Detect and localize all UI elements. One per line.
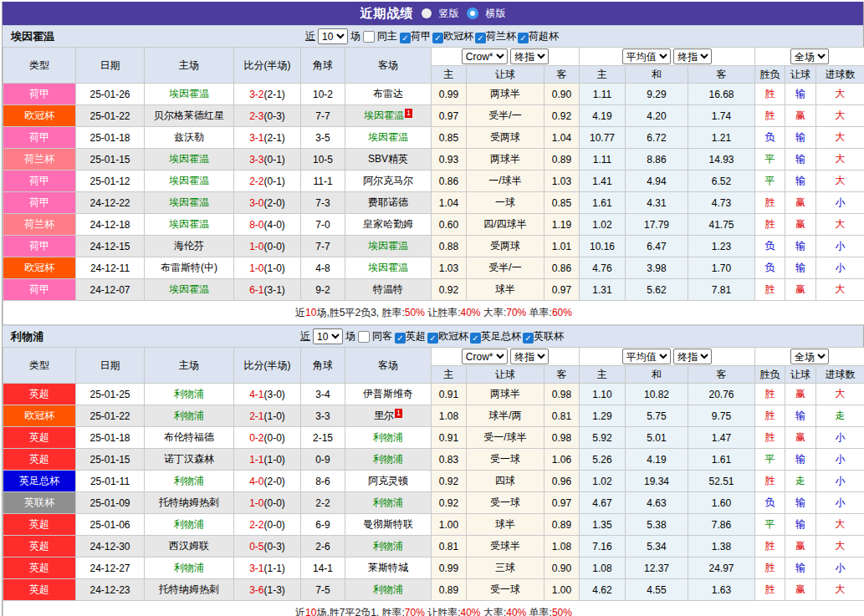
team-name[interactable]: 埃因霍温 (364, 109, 404, 121)
home-odds: 0.93 (432, 149, 467, 171)
league-filter[interactable]: ✓英超 (395, 330, 427, 342)
checkbox-checked-icon[interactable]: ✓ (427, 333, 438, 344)
odds-company-select[interactable]: Crow* (462, 349, 508, 364)
scope-select-cell: 全场 (755, 348, 864, 366)
team-name[interactable]: 埃因霍温 (368, 262, 408, 273)
corner-count: 4-8 (301, 257, 345, 279)
scope-select[interactable]: 全场 (790, 48, 829, 64)
team-name[interactable]: SBV精英 (368, 153, 408, 165)
team-name[interactable]: 利物浦 (174, 388, 204, 400)
table-row: 英超25-01-15诺丁汉森林1-1(1-0)0-9利物浦0.83受一球1.06… (3, 449, 864, 471)
league-filter[interactable]: ✓英联杯 (523, 330, 565, 342)
checkbox-checked-icon[interactable]: ✓ (475, 33, 486, 43)
match-count-select[interactable]: 10 (313, 328, 343, 344)
avg-kind-select[interactable]: 终指 (673, 48, 712, 64)
team-name[interactable]: 利物浦 (373, 431, 403, 443)
team-name[interactable]: 阿尔克马尔 (363, 175, 413, 186)
team-name[interactable]: 利物浦 (174, 410, 204, 421)
team-name[interactable]: 皇家哈勤姆 (363, 218, 413, 230)
recent-link[interactable]: 近 (305, 29, 315, 43)
team-name[interactable]: 埃因霍温 (169, 88, 209, 99)
league-filter-label: 欧冠杯 (438, 330, 468, 342)
home-team-cell: 诺丁汉森林 (145, 449, 234, 471)
team-name[interactable]: 埃因霍温 (169, 196, 209, 208)
team-name[interactable]: 诺丁汉森林 (164, 453, 214, 465)
team-name[interactable]: 利物浦 (373, 540, 403, 552)
checkbox-checked-icon[interactable]: ✓ (518, 33, 529, 43)
half-time-score: (0-3) (264, 541, 285, 552)
result-handicap: 输 (785, 257, 816, 279)
team-name[interactable]: 利物浦 (174, 475, 204, 486)
team-name[interactable]: 埃因霍温 (169, 175, 209, 186)
avg-kind-select[interactable]: 终指 (673, 349, 712, 364)
team-name[interactable]: 费耶诺德 (368, 196, 408, 208)
avg-away: 7.81 (688, 279, 755, 301)
checkbox-checked-icon[interactable]: ✓ (400, 33, 411, 43)
league-filter[interactable]: ✓荷超杯 (518, 30, 560, 42)
checkbox-checked-icon[interactable]: ✓ (523, 333, 534, 344)
radio-horizontal-layout[interactable] (467, 8, 478, 19)
odds-company-select[interactable]: Crow* (462, 48, 508, 64)
avg-source-select[interactable]: 平均值 (622, 349, 671, 364)
radio-vertical-layout[interactable] (422, 8, 432, 18)
summary-stat-label: 近 (295, 607, 305, 616)
league-filter[interactable]: ✓欧冠杯 (432, 30, 475, 42)
league-filter-label: 英联杯 (534, 330, 564, 342)
match-count-select[interactable]: 10 (318, 28, 348, 44)
team-name[interactable]: 伊普斯维奇 (363, 388, 413, 400)
league-filter[interactable]: ✓荷甲 (400, 30, 432, 42)
team-name[interactable]: 海伦芬 (174, 240, 204, 252)
team-name[interactable]: 布雷斯特(中) (161, 262, 217, 273)
team-name[interactable]: 利物浦 (174, 562, 204, 573)
recent-link[interactable]: 近 (300, 329, 310, 344)
team-name[interactable]: 布伦特福德 (164, 431, 214, 443)
avg-draw: 5.34 (626, 536, 688, 557)
league-filter[interactable]: ✓英足总杯 (470, 330, 523, 342)
score-cell: 1-0(0-0) (234, 236, 301, 257)
avg-source-select[interactable]: 平均值 (622, 48, 671, 64)
team-name[interactable]: 曼彻斯特联 (363, 518, 413, 530)
result-handicap: 赢 (785, 192, 816, 214)
same-venue-checkbox[interactable] (358, 331, 370, 343)
away-odds: 0.85 (544, 192, 580, 214)
table-row: 荷甲24-12-15海伦芬1-0(0-0)7-7埃因霍温0.88受两球1.011… (3, 236, 864, 257)
team-name[interactable]: 利物浦 (373, 496, 403, 508)
team-name[interactable]: 埃因霍温 (368, 131, 408, 143)
league-filter[interactable]: ✓荷兰杯 (475, 30, 518, 42)
team-name[interactable]: 里尔 (374, 410, 394, 421)
scope-select[interactable]: 全场 (790, 349, 829, 364)
checkbox-checked-icon[interactable]: ✓ (470, 333, 481, 344)
team-name[interactable]: 托特纳姆热刺 (159, 496, 219, 508)
team-name[interactable]: 埃因霍温 (169, 283, 209, 295)
column-header: 比分(半场) (234, 48, 301, 84)
result-outcome: 胜 (755, 579, 785, 601)
team-name[interactable]: 特温特 (373, 283, 403, 295)
checkbox-checked-icon[interactable]: ✓ (395, 333, 406, 344)
team-name[interactable]: 利物浦 (373, 583, 403, 595)
team-name[interactable]: 利物浦 (373, 453, 403, 465)
odds-kind-select[interactable]: 终指 (510, 48, 549, 64)
league-filter[interactable]: ✓欧冠杯 (427, 330, 470, 342)
team-name[interactable]: 莱斯特城 (368, 562, 408, 573)
avg-away: 1.63 (688, 579, 755, 601)
half-time-score: (1-1) (264, 563, 285, 574)
team-name[interactable]: 阿克灵顿 (368, 475, 408, 486)
team-name[interactable]: 埃因霍温 (169, 153, 209, 165)
checkbox-checked-icon[interactable]: ✓ (432, 33, 443, 43)
same-venue-checkbox[interactable] (363, 31, 375, 43)
team-name[interactable]: 西汉姆联 (169, 540, 209, 552)
team-name[interactable]: 托特纳姆热刺 (159, 583, 219, 595)
team-name[interactable]: 布雷达 (373, 88, 403, 99)
team-name[interactable]: 埃因霍温 (169, 218, 209, 230)
result-outcome: 胜 (755, 84, 785, 105)
away-team-cell: 利物浦 (345, 579, 432, 601)
team-name[interactable]: 埃因霍温 (368, 240, 408, 252)
team-name[interactable]: 利物浦 (174, 518, 204, 530)
away-team-cell: 费耶诺德 (345, 192, 432, 214)
team-name[interactable]: 兹沃勒 (174, 131, 204, 143)
handicap: 受一球 (467, 449, 544, 471)
avg-away: 1.38 (688, 536, 755, 557)
team-name[interactable]: 贝尔格莱德红星 (154, 109, 224, 121)
odds-kind-select[interactable]: 终指 (510, 349, 549, 364)
away-team-cell: 利物浦 (345, 536, 432, 557)
